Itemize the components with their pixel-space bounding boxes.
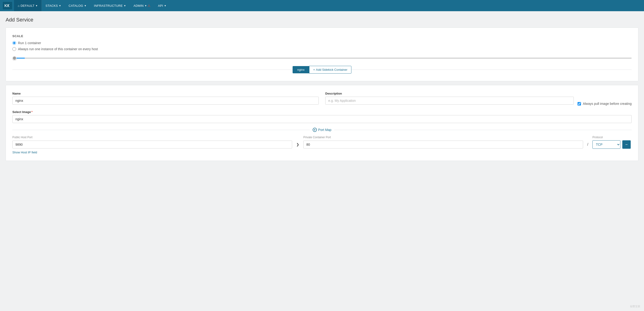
nav-admin[interactable]: ADMIN ▼ ⚠	[130, 0, 154, 11]
scale-slider-container	[12, 56, 632, 59]
arrow-icon: ❯	[294, 143, 302, 146]
description-group: Description Always pull image before cre…	[325, 92, 632, 106]
nav-infrastructure[interactable]: INFRASTRUCTURE ▼	[90, 0, 130, 11]
nav-admin-label: ADMIN	[134, 4, 144, 8]
add-port-map-button[interactable]: + Port Map	[313, 128, 332, 132]
always-pull-label: Always pull image before creating	[583, 102, 632, 106]
scale-card-body: Scale Run 1 container Always run one ins…	[6, 28, 638, 81]
scale-option-2[interactable]: Always run one instance of this containe…	[12, 47, 632, 51]
public-port-input[interactable]	[12, 141, 292, 149]
nav-catalog-caret: ▼	[84, 5, 86, 7]
name-description-row: Name Description Always pull image befor…	[12, 92, 632, 106]
scale-option-2-label: Always run one instance of this containe…	[18, 47, 98, 51]
always-pull-checkbox[interactable]	[578, 102, 581, 106]
name-label: Name	[12, 92, 319, 95]
always-pull-row: Always pull image before creating	[578, 97, 632, 106]
private-port-input[interactable]	[303, 141, 583, 149]
nav-api-caret: ▼	[164, 5, 166, 7]
tab-nginx[interactable]: nginx	[292, 66, 309, 73]
form-card-body: Name Description Always pull image befor…	[6, 85, 638, 161]
col-public-label: Public Host Port	[12, 136, 292, 139]
remove-port-button[interactable]: −	[622, 140, 631, 149]
select-image-input[interactable]	[12, 115, 632, 123]
home-icon: ⌂	[18, 4, 20, 8]
nav-admin-caret: ▼	[145, 5, 147, 7]
brand-logo[interactable]	[3, 2, 12, 9]
scale-label: Scale	[12, 34, 632, 38]
tab-add-label: Add Sidekick Container	[316, 68, 348, 72]
nav-catalog-label: CATALOG	[68, 4, 83, 8]
nav-api-label: API	[158, 4, 163, 8]
port-map-header: Public Host Port Private Container Port …	[12, 136, 632, 139]
name-input[interactable]	[12, 97, 319, 105]
nav-api[interactable]: API ▼	[154, 0, 170, 11]
scale-slider[interactable]	[12, 58, 632, 59]
page-title: Add Service	[6, 17, 638, 23]
nav-infrastructure-caret: ▼	[124, 5, 126, 7]
nav-default[interactable]: ⌂ Default ▼	[14, 0, 42, 11]
port-map-row: ❯ / TCP UDP −	[12, 140, 632, 149]
admin-alert-icon: ⚠	[148, 4, 150, 8]
scale-option-1[interactable]: Run 1 container	[12, 41, 632, 45]
minus-icon: −	[625, 142, 628, 147]
navbar: ⌂ Default ▼ STACKS ▼ CATALOG ▼ INFRASTRU…	[0, 0, 644, 11]
scale-option-1-label: Run 1 container	[18, 41, 41, 45]
nav-stacks-caret: ▼	[59, 5, 61, 7]
divider-line-left	[12, 130, 310, 130]
plus-circle-icon: +	[313, 128, 317, 132]
tab-divider-right	[352, 70, 632, 70]
scale-card: Scale Run 1 container Always run one ins…	[6, 28, 638, 81]
nav-stacks[interactable]: STACKS ▼	[42, 0, 65, 11]
protocol-select[interactable]: TCP UDP	[592, 140, 620, 149]
description-input[interactable]	[325, 97, 574, 105]
nav-default-label: Default	[20, 4, 34, 8]
select-image-row: Select Image	[12, 110, 632, 123]
col-protocol-label: Protocol	[592, 136, 620, 139]
col-private-label: Private Container Port	[303, 136, 583, 139]
description-label: Description	[325, 92, 632, 95]
port-map-label: Port Map	[318, 128, 332, 132]
tab-add-sidekick[interactable]: + Add Sidekick Container	[309, 66, 352, 74]
tabs-row: nginx + Add Sidekick Container	[12, 64, 632, 75]
nav-infrastructure-label: INFRASTRUCTURE	[94, 4, 123, 8]
name-group: Name	[12, 92, 319, 106]
nav-default-caret: ▼	[36, 5, 38, 7]
select-image-label: Select Image	[12, 110, 632, 114]
divider-line-right	[334, 130, 632, 130]
form-card: Name Description Always pull image befor…	[6, 85, 638, 161]
page-content: Add Service Scale Run 1 container Always…	[0, 11, 644, 170]
tab-add-plus-icon: +	[313, 68, 315, 72]
nav-stacks-label: STACKS	[46, 4, 58, 8]
show-host-ip-link[interactable]: Show Host IP field	[12, 151, 37, 154]
port-map-divider: + Port Map	[12, 128, 632, 132]
scale-radio-2[interactable]	[12, 47, 16, 51]
nav-catalog[interactable]: CATALOG ▼	[65, 0, 90, 11]
scale-radio-1[interactable]	[12, 41, 16, 45]
tab-divider-left	[12, 70, 292, 70]
slash-icon: /	[585, 142, 590, 147]
scale-radio-group: Run 1 container Always run one instance …	[12, 41, 632, 51]
